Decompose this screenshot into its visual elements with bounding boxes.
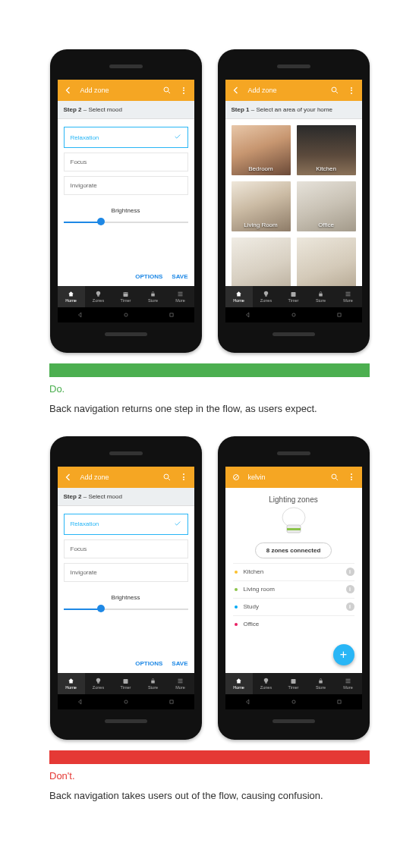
nav-home[interactable]: Home	[58, 673, 85, 694]
area-tile-extra[interactable]	[232, 237, 291, 286]
do-bar	[49, 363, 370, 377]
mood-option-relaxation[interactable]: Relaxation	[64, 514, 188, 535]
svg-rect-6	[291, 292, 296, 297]
nav-home[interactable]: Home	[58, 286, 85, 307]
sys-recent-icon[interactable]	[168, 698, 175, 706]
back-icon[interactable]	[64, 473, 73, 482]
nav-zones[interactable]: Zones	[253, 286, 280, 307]
mood-option-relaxation[interactable]: Relaxation	[64, 127, 188, 148]
brand-icon	[232, 473, 241, 482]
sys-home-icon[interactable]	[290, 311, 298, 319]
sys-recent-icon[interactable]	[336, 698, 343, 706]
appbar: Add zone	[58, 80, 194, 101]
mood-option-focus[interactable]: Focus	[64, 539, 188, 558]
mood-option-focus[interactable]: Focus	[64, 153, 188, 171]
mood-option-invigorate[interactable]: Invigorate	[64, 176, 188, 195]
options-button[interactable]: OPTIONS	[135, 273, 162, 280]
bottom-nav: Home Zones Timer Store More	[225, 286, 362, 307]
back-icon[interactable]	[232, 86, 241, 95]
system-nav	[225, 694, 362, 709]
svg-rect-9	[337, 313, 340, 316]
brightness-slider[interactable]	[64, 219, 188, 226]
overflow-icon[interactable]	[347, 473, 356, 482]
info-icon[interactable]: i	[346, 585, 354, 593]
overflow-icon[interactable]	[179, 86, 188, 95]
nav-more[interactable]: More	[335, 286, 362, 307]
overflow-icon[interactable]	[347, 86, 356, 95]
nav-more[interactable]: More	[167, 673, 194, 694]
svg-rect-7	[319, 294, 323, 297]
search-icon[interactable]	[330, 473, 339, 482]
brightness-label: Brightness	[64, 594, 188, 601]
options-button[interactable]: OPTIONS	[135, 660, 162, 667]
area-tile-extra[interactable]	[297, 237, 356, 286]
brightness-label: Brightness	[64, 207, 188, 214]
sys-home-icon[interactable]	[290, 698, 298, 706]
search-icon[interactable]	[330, 86, 339, 95]
area-tile-office[interactable]: Office	[297, 181, 356, 231]
svg-rect-12	[151, 681, 155, 684]
appbar: Add zone	[58, 467, 194, 488]
nav-store[interactable]: Store	[307, 286, 335, 307]
overflow-icon[interactable]	[179, 473, 188, 482]
appbar: kelvin	[225, 467, 362, 488]
zone-row-kitchen[interactable]: Kitcheni	[233, 563, 354, 580]
zone-row-living[interactable]: Living roomi	[233, 580, 354, 598]
sys-back-icon[interactable]	[244, 311, 252, 319]
save-button[interactable]: SAVE	[172, 660, 187, 667]
do-tag: Do.	[49, 383, 370, 395]
nav-home[interactable]: Home	[225, 286, 253, 307]
back-icon[interactable]	[64, 86, 73, 95]
svg-rect-21	[319, 681, 323, 684]
brightness-slider[interactable]	[64, 605, 188, 613]
nav-timer[interactable]: Timer	[280, 673, 307, 694]
phone-step2-left-b: Add zone Step 2 – Select mood Relaxation…	[50, 436, 202, 740]
nav-zones[interactable]: Zones	[253, 673, 280, 694]
info-icon[interactable]: i	[346, 602, 354, 611]
svg-rect-14	[169, 700, 172, 703]
dont-bar	[49, 750, 370, 764]
search-icon[interactable]	[162, 86, 172, 95]
sys-back-icon[interactable]	[244, 698, 252, 706]
nav-timer[interactable]: Timer	[280, 286, 307, 307]
save-button[interactable]: SAVE	[172, 273, 187, 280]
nav-more[interactable]: More	[167, 286, 194, 307]
appbar-title: kelvin	[248, 473, 323, 481]
nav-timer[interactable]: Timer	[112, 673, 140, 694]
appbar-title: Add zone	[248, 86, 323, 94]
step-header: Step 2 – Select mood	[58, 488, 194, 506]
phone-step1-right: Add zone Step 1 – Select an area of your…	[218, 49, 370, 353]
sys-back-icon[interactable]	[77, 311, 84, 319]
svg-point-22	[291, 700, 295, 703]
dont-tag: Don't.	[49, 770, 370, 782]
zone-row-office[interactable]: Office	[233, 615, 354, 633]
nav-zones[interactable]: Zones	[85, 673, 112, 694]
bottom-nav: Home Zones Timer Store More	[58, 286, 194, 307]
zone-row-study[interactable]: Studyi	[233, 598, 354, 615]
nav-store[interactable]: Store	[307, 673, 335, 694]
area-tile-kitchen[interactable]: Kitchen	[297, 125, 356, 175]
sys-recent-icon[interactable]	[336, 311, 343, 319]
svg-point-8	[291, 313, 295, 316]
bottom-nav: Home Zones Timer Store More	[225, 673, 362, 694]
area-tile-bedroom[interactable]: Bedroom	[232, 125, 291, 175]
sys-home-icon[interactable]	[122, 698, 130, 706]
area-tile-living[interactable]: Living Room	[232, 181, 291, 231]
sys-home-icon[interactable]	[122, 311, 130, 319]
search-icon[interactable]	[162, 473, 172, 482]
fab-add[interactable]: +	[333, 644, 354, 665]
sys-recent-icon[interactable]	[168, 311, 175, 319]
sys-back-icon[interactable]	[77, 698, 84, 706]
nav-zones[interactable]: Zones	[85, 286, 112, 307]
svg-rect-1	[124, 292, 128, 297]
svg-point-13	[124, 700, 127, 703]
nav-timer[interactable]: Timer	[112, 286, 140, 307]
nav-more[interactable]: More	[335, 673, 362, 694]
nav-store[interactable]: Store	[140, 286, 167, 307]
nav-home[interactable]: Home	[225, 673, 253, 694]
phone-step2-left: Add zone Step 2 – Select mood Relaxation…	[50, 49, 202, 353]
info-icon[interactable]: i	[346, 568, 354, 576]
nav-store[interactable]: Store	[140, 673, 167, 694]
svg-point-17	[282, 508, 305, 527]
mood-option-invigorate[interactable]: Invigorate	[64, 563, 188, 582]
